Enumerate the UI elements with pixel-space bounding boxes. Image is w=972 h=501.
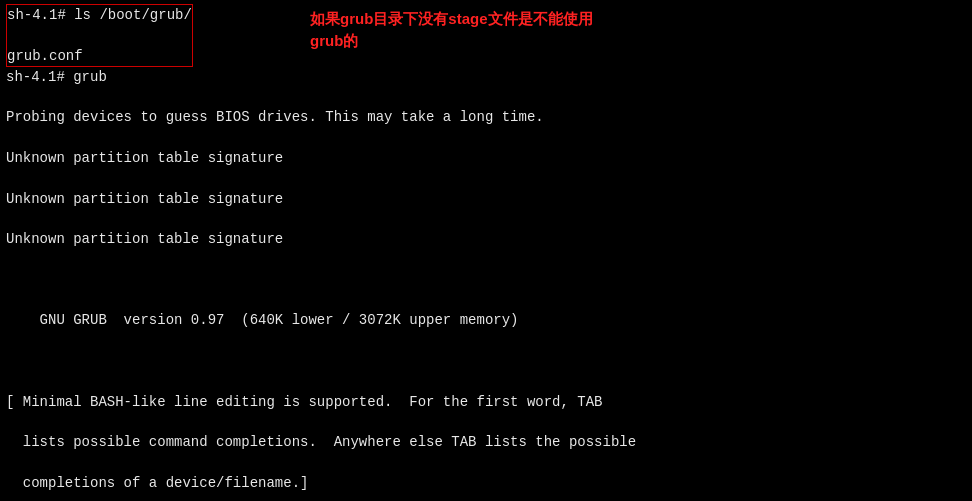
line-11: [ Minimal BASH-like line editing is supp…: [6, 392, 966, 412]
line-4: Probing devices to guess BIOS drives. Th…: [6, 107, 966, 127]
line-3: sh-4.1# grub: [6, 67, 966, 87]
line-9: GNU GRUB version 0.97 (640K lower / 3072…: [6, 310, 966, 330]
line-7: Unknown partition table signature: [6, 229, 966, 249]
line-8: [6, 270, 966, 290]
line-6: Unknown partition table signature: [6, 189, 966, 209]
line-12: lists possible command completions. Anyw…: [6, 432, 966, 452]
annotation-text: 如果grub目录下没有stage文件是不能使用 grub的: [310, 8, 593, 52]
line-10: [6, 351, 966, 371]
line-13: completions of a device/filename.]: [6, 473, 966, 493]
terminal-window: 如果grub目录下没有stage文件是不能使用 grub的 sh-4.1# ls…: [0, 0, 972, 501]
line-5: Unknown partition table signature: [6, 148, 966, 168]
line-2: grub.conf: [7, 46, 192, 66]
line-1: sh-4.1# ls /boot/grub/: [7, 5, 192, 25]
